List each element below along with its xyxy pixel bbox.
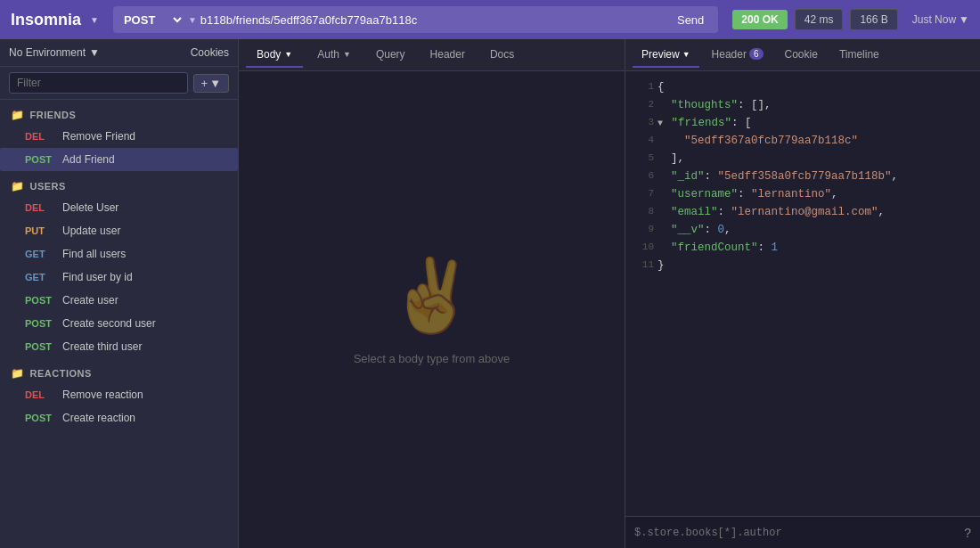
request-label: Delete User bbox=[62, 201, 118, 214]
tab-arrow: ▼ bbox=[682, 50, 690, 59]
app-menu-chevron[interactable]: ▼ bbox=[90, 15, 99, 25]
tab-label: Auth bbox=[317, 48, 339, 61]
cookies-button[interactable]: Cookies bbox=[191, 46, 229, 59]
json-content: ▼ "friends": [ bbox=[657, 114, 752, 132]
line-number: 5 bbox=[636, 150, 654, 168]
json-content: "thoughts": [], bbox=[657, 96, 772, 114]
right-tabs: Preview▼Header6CookieTimeline bbox=[625, 39, 980, 71]
method-badge: DEL bbox=[25, 389, 55, 400]
line-number: 9 bbox=[636, 221, 654, 239]
group-header-users[interactable]: 📁USERS bbox=[0, 171, 238, 196]
tab-arrow: ▼ bbox=[284, 50, 292, 59]
json-line: 9 "__v": 0, bbox=[625, 221, 980, 239]
sidebar-item[interactable]: PUTUpdate user bbox=[0, 219, 238, 242]
sidebar-item[interactable]: POSTCreate reaction bbox=[0, 406, 238, 429]
json-content: ], bbox=[657, 150, 684, 168]
folder-icon: 📁 bbox=[11, 180, 25, 192]
right-tab-header[interactable]: Header6 bbox=[703, 43, 772, 68]
method-badge: GET bbox=[25, 249, 55, 259]
sidebar-item[interactable]: POSTCreate third user bbox=[0, 335, 238, 358]
json-content: { bbox=[657, 78, 665, 96]
sidebar-item[interactable]: POSTAdd Friend bbox=[0, 148, 238, 171]
request-label: Find all users bbox=[62, 248, 126, 260]
tab-label: Timeline bbox=[839, 48, 879, 61]
app-title: Insomnia bbox=[11, 11, 81, 29]
line-number: 11 bbox=[636, 257, 654, 274]
center-tab-docs[interactable]: Docs bbox=[479, 43, 525, 68]
sidebar-item[interactable]: DELRemove Friend bbox=[0, 125, 238, 148]
method-select[interactable]: POSTGETPUTDELETE bbox=[120, 12, 184, 28]
status-badge: 200 OK bbox=[732, 10, 787, 29]
jq-input[interactable] bbox=[634, 527, 957, 539]
json-line: 5 ], bbox=[625, 150, 980, 168]
json-line: 7 "username": "lernantino", bbox=[625, 185, 980, 203]
method-badge: POST bbox=[25, 154, 55, 165]
request-label: Add Friend bbox=[62, 153, 115, 166]
timestamp-chevron: ▼ bbox=[959, 13, 969, 26]
line-number: 3 bbox=[636, 114, 654, 132]
method-badge: POST bbox=[25, 341, 55, 352]
group-label: USERS bbox=[30, 181, 66, 192]
method-badge: DEL bbox=[25, 202, 55, 213]
json-view: 1{2 "thoughts": [],3▼ "friends": [4 "5ed… bbox=[625, 71, 980, 516]
json-line: 11} bbox=[625, 257, 980, 274]
header-count-badge: 6 bbox=[749, 48, 764, 60]
sidebar-item[interactable]: DELDelete User bbox=[0, 196, 238, 219]
env-chevron: ▼ bbox=[89, 46, 100, 59]
right-tab-cookie[interactable]: Cookie bbox=[776, 43, 827, 68]
json-line: 3▼ "friends": [ bbox=[625, 114, 980, 132]
request-label: Remove Friend bbox=[62, 130, 135, 143]
right-tab-preview[interactable]: Preview▼ bbox=[633, 43, 699, 68]
jq-bar: ? bbox=[625, 516, 980, 548]
send-button[interactable]: Send bbox=[670, 12, 711, 29]
request-label: Find user by id bbox=[62, 271, 133, 283]
url-bar: POSTGETPUTDELETE ▼ Send bbox=[113, 6, 718, 33]
group-header-reactions[interactable]: 📁REACTIONS bbox=[0, 358, 238, 383]
body-placeholder: Select a body type from above bbox=[354, 352, 510, 365]
group-label: FRIENDS bbox=[30, 110, 77, 120]
tab-label: Docs bbox=[490, 48, 514, 61]
hand-icon: ✌ bbox=[388, 254, 477, 338]
right-tab-timeline[interactable]: Timeline bbox=[830, 43, 888, 68]
method-arrow-icon[interactable]: ▼ bbox=[188, 15, 197, 25]
group-label: REACTIONS bbox=[30, 368, 92, 379]
timestamp[interactable]: Just Now ▼ bbox=[912, 13, 969, 26]
center-tab-header[interactable]: Header bbox=[420, 43, 476, 68]
timestamp-label: Just Now bbox=[912, 13, 956, 26]
sidebar-item[interactable]: GETFind all users bbox=[0, 242, 238, 266]
method-badge: DEL bbox=[25, 131, 55, 142]
method-badge: PUT bbox=[25, 225, 55, 236]
json-line: 8 "email": "lernantino@gmail.com", bbox=[625, 203, 980, 221]
help-icon[interactable]: ? bbox=[964, 526, 971, 540]
sidebar-item[interactable]: GETFind user by id bbox=[0, 266, 238, 289]
json-content: "__v": 0, bbox=[657, 221, 731, 239]
url-input[interactable] bbox=[200, 13, 666, 27]
center-tab-query[interactable]: Query bbox=[365, 43, 416, 68]
line-number: 10 bbox=[636, 239, 654, 257]
line-number: 2 bbox=[636, 96, 654, 114]
json-line: 2 "thoughts": [], bbox=[625, 96, 980, 114]
method-badge: POST bbox=[25, 318, 55, 329]
sidebar-list: 📁FRIENDSDELRemove FriendPOSTAdd Friend📁U… bbox=[0, 100, 238, 548]
request-label: Remove reaction bbox=[62, 389, 143, 401]
sidebar-filter-row: + ▼ bbox=[0, 67, 238, 100]
line-number: 1 bbox=[636, 78, 654, 96]
group-header-friends[interactable]: 📁FRIENDS bbox=[0, 100, 238, 125]
tab-arrow: ▼ bbox=[343, 50, 351, 59]
json-content: } bbox=[657, 257, 665, 274]
add-request-button[interactable]: + ▼ bbox=[193, 74, 229, 93]
center-body: ✌ Select a body type from above bbox=[239, 71, 625, 548]
center-tab-auth[interactable]: Auth▼ bbox=[306, 43, 362, 68]
topbar: Insomnia ▼ POSTGETPUTDELETE ▼ Send 200 O… bbox=[0, 0, 980, 39]
add-btn-arrow: ▼ bbox=[209, 77, 221, 90]
request-label: Update user bbox=[62, 225, 120, 237]
sidebar-item[interactable]: DELRemove reaction bbox=[0, 383, 238, 406]
center-tab-body[interactable]: Body▼ bbox=[246, 43, 303, 68]
method-badge: POST bbox=[25, 295, 55, 306]
filter-input[interactable] bbox=[9, 72, 188, 94]
json-content: "username": "lernantino", bbox=[657, 185, 838, 203]
sidebar-item[interactable]: POSTCreate second user bbox=[0, 312, 238, 335]
plus-icon: + bbox=[201, 77, 208, 90]
env-selector[interactable]: No Environment ▼ bbox=[9, 46, 100, 59]
sidebar-item[interactable]: POSTCreate user bbox=[0, 289, 238, 312]
